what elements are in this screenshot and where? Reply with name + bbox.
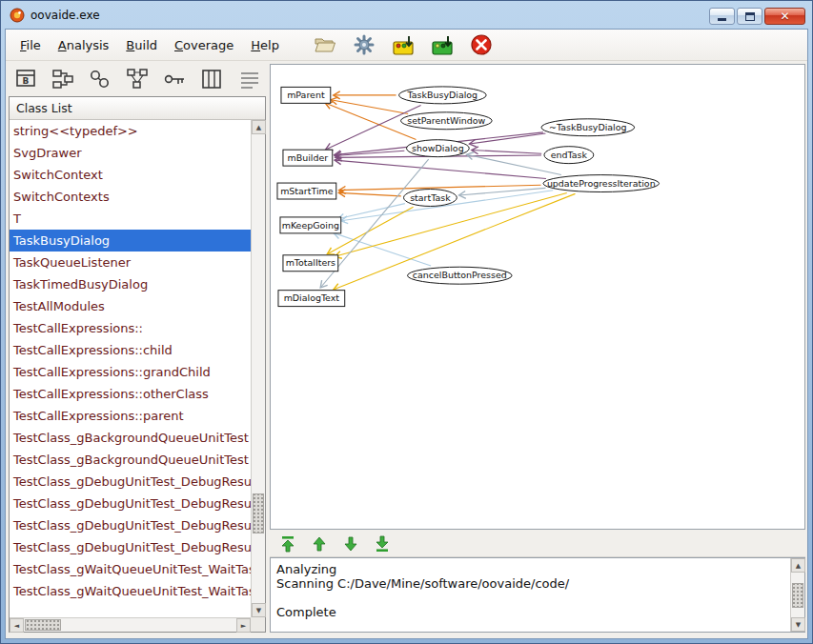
menu-build[interactable]: Build xyxy=(117,30,166,60)
class-list-item[interactable]: TestClass_gWaitQueueUnitTest_WaitTask xyxy=(10,580,251,602)
build-debug-button[interactable] xyxy=(391,32,416,57)
class-list-hscrollbar[interactable]: ◄ ► xyxy=(10,617,251,632)
diagram-node-mBuilder[interactable]: mBuilder xyxy=(283,150,333,166)
scroll-left-arrow[interactable]: ◄ xyxy=(10,618,24,633)
log-scroll-down-arrow[interactable]: ▼ xyxy=(791,617,805,632)
diagram-edge xyxy=(335,160,546,178)
svg-text:endTask: endTask xyxy=(551,150,588,160)
class-list-widget: Class List string<<typedef>>SvgDrawerSwi… xyxy=(9,96,266,633)
svg-text:updateProgressIteration: updateProgressIteration xyxy=(547,178,656,189)
stop-build-button[interactable] xyxy=(469,32,494,57)
portion-diagram-button[interactable] xyxy=(50,67,75,92)
diagram-node-startTask[interactable]: startTask xyxy=(404,190,457,207)
sequence-diagram-button[interactable] xyxy=(161,67,187,92)
class-list-item[interactable]: TaskQueueListener xyxy=(10,252,251,273)
class-list-item[interactable]: TestClass_gDebugUnitTest_DebugResult xyxy=(10,514,251,536)
class-diagram-svg: mParentmBuildermStartTimemKeepGoingmTota… xyxy=(271,65,804,529)
diagram-type-toolbar: B xyxy=(9,64,266,94)
scroll-right-arrow[interactable]: ► xyxy=(236,618,251,633)
log-area[interactable]: AnalyzingScanning C:/Dave/Mine/software/… xyxy=(270,557,805,633)
log-scroll-up-arrow[interactable]: ▲ xyxy=(791,558,805,573)
list-view-icon xyxy=(237,67,262,91)
class-list-item[interactable]: TestClass_gWaitQueueUnitTest_WaitTask xyxy=(10,558,251,580)
scroll-up-arrow[interactable]: ▲ xyxy=(252,120,266,134)
diagram-node-mDialogText[interactable]: mDialogText xyxy=(278,291,345,307)
diagram-node-mKeepGoing[interactable]: mKeepGoing xyxy=(280,217,341,233)
build-release-icon xyxy=(431,33,454,56)
scroll-down-arrow[interactable]: ▼ xyxy=(252,603,266,617)
menu-file[interactable]: File xyxy=(11,30,50,60)
diagram-area[interactable]: mParentmBuildermStartTimemKeepGoingmTota… xyxy=(270,64,805,530)
diagram-node-endTask[interactable]: endTask xyxy=(544,147,594,164)
diagram-node-mParent[interactable]: mParent xyxy=(281,87,331,103)
class-list-item[interactable]: TestCallExpressions::child xyxy=(10,339,251,361)
scroll-down-icon xyxy=(341,534,360,553)
app-window: oovaide.exe ✕ FileAnalysisBuildCoverageH… xyxy=(0,0,813,644)
class-list-item[interactable]: SwitchContext xyxy=(10,164,251,186)
svg-text:mDialogText: mDialogText xyxy=(284,292,340,303)
scroll-up-button[interactable] xyxy=(309,533,330,554)
class-list-item[interactable]: T xyxy=(10,208,251,230)
build-release-button[interactable] xyxy=(430,32,455,57)
log-line: Scanning C:/Dave/Mine/software/oovaide/c… xyxy=(276,576,784,591)
folder-open-button[interactable] xyxy=(313,32,337,57)
scroll-corner xyxy=(251,617,265,632)
class-list-item[interactable]: TestClass_gBackgroundQueueUnitTest xyxy=(10,427,251,449)
diagram-node-TaskBusyDialog[interactable]: TaskBusyDialog xyxy=(399,87,487,104)
title-bar[interactable]: oovaide.exe ✕ xyxy=(1,1,812,29)
class-list-header[interactable]: Class List xyxy=(10,97,265,120)
svg-text:setParentWindow: setParentWindow xyxy=(407,115,485,126)
class-list-item[interactable]: TestClass_gBackgroundQueueUnitTest xyxy=(10,449,251,471)
menu-coverage[interactable]: Coverage xyxy=(166,30,242,60)
scroll-down-button[interactable] xyxy=(340,533,361,554)
app-icon xyxy=(10,8,25,23)
minimize-button[interactable] xyxy=(709,8,735,25)
class-list-item[interactable]: TestCallExpressions:: xyxy=(10,317,251,339)
menu-help[interactable]: Help xyxy=(242,30,288,60)
class-list-item[interactable]: TestAllModules xyxy=(10,295,251,317)
log-vscroll-thumb[interactable] xyxy=(792,583,803,608)
menu-bar: FileAnalysisBuildCoverageHelp xyxy=(6,30,288,60)
diagram-node-setParentWindow[interactable]: setParentWindow xyxy=(401,112,493,130)
maximize-button[interactable] xyxy=(737,8,762,25)
svg-text:showDialog: showDialog xyxy=(412,143,464,153)
list-view-button[interactable] xyxy=(236,67,262,92)
include-diagram-icon xyxy=(199,67,224,91)
class-list-item[interactable]: TaskBusyDialog xyxy=(10,230,251,252)
vscroll-thumb[interactable] xyxy=(253,493,264,533)
class-list-item[interactable]: TestCallExpressions::otherClass xyxy=(10,383,251,405)
menu-analysis[interactable]: Analysis xyxy=(50,30,118,60)
diagram-edge xyxy=(459,188,546,195)
class-diagram-button[interactable]: B xyxy=(12,67,38,92)
class-list-item[interactable]: SvgDrawer xyxy=(10,142,251,164)
diagram-node-updateProgressIteration[interactable]: updateProgressIteration xyxy=(543,175,660,192)
folder-open-icon xyxy=(314,33,336,56)
log-vscrollbar[interactable]: ▲ ▼ xyxy=(790,558,804,632)
diagram-node-mStartTime[interactable]: mStartTime xyxy=(277,183,336,199)
close-button[interactable]: ✕ xyxy=(764,8,805,25)
class-list-item[interactable]: TestClass_gDebugUnitTest_DebugResult xyxy=(10,493,251,514)
svg-text:mParent: mParent xyxy=(287,90,325,100)
settings-button[interactable] xyxy=(352,32,376,57)
diagram-node--TaskBusyDialog[interactable]: ~TaskBusyDialog xyxy=(541,119,635,136)
hscroll-thumb[interactable] xyxy=(25,619,61,631)
class-list-vscrollbar[interactable]: ▲ ▼ xyxy=(251,120,265,617)
zone-diagram-button[interactable] xyxy=(124,67,150,92)
diagram-node-cancelButtonPressed[interactable]: cancelButtonPressed xyxy=(407,267,512,284)
class-list-item[interactable]: TestCallExpressions::parent xyxy=(10,405,251,427)
include-diagram-button[interactable] xyxy=(198,67,224,92)
diagram-node-mTotalIters[interactable]: mTotalIters xyxy=(283,255,338,272)
svg-text:mStartTime: mStartTime xyxy=(280,186,334,196)
log-line: Analyzing xyxy=(276,562,784,576)
class-list-item[interactable]: SwitchContexts xyxy=(10,186,251,208)
class-list-item[interactable]: TestCallExpressions::grandChild xyxy=(10,361,251,383)
portion-diagram-icon xyxy=(51,67,75,91)
class-list-item[interactable]: TestClass_gDebugUnitTest_DebugResult xyxy=(10,471,251,493)
scroll-top-button[interactable] xyxy=(277,533,298,554)
component-diagram-button[interactable] xyxy=(87,67,112,92)
scroll-bottom-button[interactable] xyxy=(372,533,393,554)
class-list-item[interactable]: string<<typedef>> xyxy=(10,120,251,142)
class-list-item[interactable]: TaskTimedBusyDialog xyxy=(10,273,251,295)
diagram-node-showDialog[interactable]: showDialog xyxy=(406,140,469,157)
class-list-item[interactable]: TestClass_gDebugUnitTest_DebugResult xyxy=(10,536,251,558)
